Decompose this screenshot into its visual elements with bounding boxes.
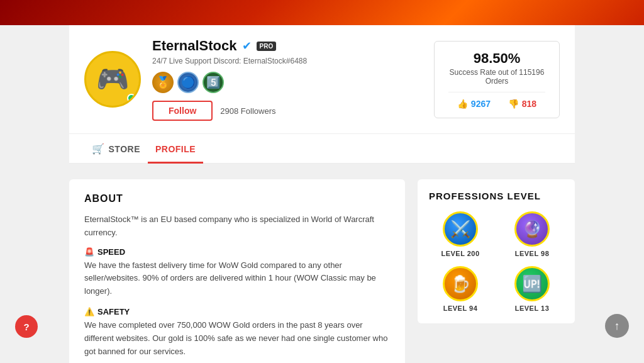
profile-info: EternalStock ✔ PRO 24/7 Live Support Dis… — [152, 38, 307, 121]
stats-divider — [448, 92, 545, 92]
profile-subtitle: 24/7 Live Support Discord: EternalStock#… — [152, 57, 307, 65]
profile-left: 🎮 EternalStock ✔ PRO 24/7 Live Support D… — [84, 38, 307, 121]
help-button[interactable]: ? — [15, 315, 38, 338]
safety-icon: ⚠️ — [84, 307, 94, 316]
profession-label-0: LEVEL 200 — [441, 250, 479, 257]
profession-item-1: 🔮 LEVEL 98 — [501, 211, 564, 257]
about-speed: 🚨 SPEED We have the fastest delivery tim… — [84, 247, 390, 298]
upvotes-count: 9267 — [471, 99, 491, 109]
about-title: ABOUT — [84, 193, 390, 204]
tab-store-label: STORE — [109, 144, 140, 154]
tab-navigation: 🛒 STORE PROFILE — [69, 134, 575, 164]
profession-label-1: LEVEL 98 — [515, 250, 550, 257]
safety-label: SAFETY — [97, 307, 130, 316]
thumbs-up-icon: 👍 — [457, 99, 468, 109]
help-icon: ? — [23, 321, 29, 332]
about-speed-header: 🚨 SPEED — [84, 247, 390, 257]
about-safety: ⚠️ SAFETY We have completed over 750,000… — [84, 307, 390, 358]
badges-row: 🏅 🔵 5️⃣ — [152, 72, 307, 93]
about-speed-text: We have the fastest delivery time for Wo… — [84, 259, 390, 298]
pro-badge: PRO — [257, 42, 277, 51]
avatar: 🎮 — [84, 51, 141, 108]
badge-medal-1: 🏅 — [152, 72, 174, 93]
avatar-emoji: 🎮 — [96, 66, 129, 92]
profile-name-row: EternalStock ✔ PRO — [152, 38, 307, 54]
about-section: ABOUT EternalStock™ is an EU based compa… — [69, 179, 405, 363]
upvotes: 👍 9267 — [457, 99, 491, 109]
profession-icon-3: 🆙 — [514, 266, 550, 301]
profession-icon-1: 🔮 — [514, 211, 550, 247]
profession-icon-2: 🍺 — [443, 266, 478, 301]
success-rate: 98.50% — [448, 50, 545, 67]
scroll-top-icon: ↑ — [614, 320, 620, 333]
speed-icon: 🚨 — [84, 247, 94, 257]
badge-medal-2: 🔵 — [177, 72, 199, 93]
profile-card: 🎮 EternalStock ✔ PRO 24/7 Live Support D… — [69, 25, 575, 134]
professions-card: PROFESSIONS LEVEL ⚔️ LEVEL 200 🔮 LEVEL 9… — [418, 179, 575, 323]
profession-item-2: 🍺 LEVEL 94 — [429, 266, 492, 312]
tab-store[interactable]: 🛒 STORE — [84, 134, 148, 164]
profession-item-3: 🆙 LEVEL 13 — [501, 266, 564, 312]
profession-label-3: LEVEL 13 — [515, 304, 550, 312]
badge-medal-3: 5️⃣ — [203, 72, 224, 93]
about-intro: EternalStock™ is an EU based company who… — [84, 213, 390, 240]
top-banner — [0, 0, 644, 25]
online-indicator — [127, 94, 136, 103]
tab-profile-label: PROFILE — [155, 144, 196, 154]
profession-label-2: LEVEL 94 — [443, 304, 478, 312]
profile-name: EternalStock — [152, 38, 237, 54]
main-content: ABOUT EternalStock™ is an EU based compa… — [69, 164, 575, 363]
thumbs-down-icon: 👎 — [508, 99, 519, 109]
profession-icon-0: ⚔️ — [443, 211, 478, 247]
follow-button[interactable]: Follow — [152, 101, 213, 121]
tab-profile[interactable]: PROFILE — [148, 135, 203, 164]
follow-section: Follow 2908 Followers — [152, 101, 307, 121]
followers-count: 2908 Followers — [220, 106, 275, 116]
stats-card: 98.50% Success Rate out of 115196 Orders… — [434, 41, 560, 118]
downvotes: 👎 818 — [508, 99, 536, 109]
store-icon: 🛒 — [92, 143, 105, 155]
about-safety-header: ⚠️ SAFETY — [84, 307, 390, 316]
verified-icon: ✔ — [242, 39, 252, 53]
about-safety-text: We have completed over 750,000 WOW Gold … — [84, 319, 390, 358]
downvotes-count: 818 — [522, 99, 536, 109]
speed-label: SPEED — [97, 247, 125, 257]
professions-grid: ⚔️ LEVEL 200 🔮 LEVEL 98 🍺 LEVEL 94 🆙 LEV… — [429, 211, 564, 312]
success-label: Success Rate out of 115196 Orders — [448, 68, 545, 86]
profession-item-0: ⚔️ LEVEL 200 — [429, 211, 492, 257]
professions-title: PROFESSIONS LEVEL — [429, 191, 564, 201]
scroll-top-button[interactable]: ↑ — [605, 314, 629, 338]
votes-row: 👍 9267 👎 818 — [448, 99, 545, 109]
